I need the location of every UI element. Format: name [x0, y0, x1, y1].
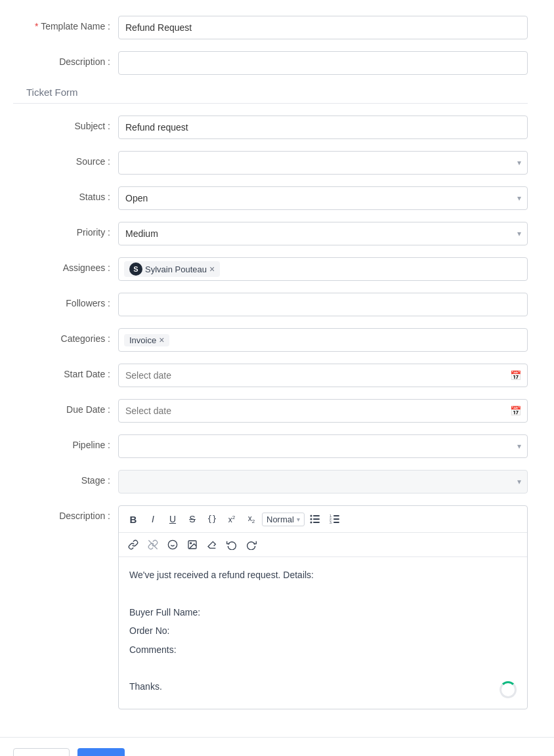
rich-description-label: Description : — [13, 505, 118, 521]
subject-label: Subject : — [13, 116, 118, 131]
assignees-field: S Sylvain Pouteau × — [118, 257, 528, 281]
cancel-button[interactable]: Cancel — [13, 748, 70, 756]
pipeline-select[interactable] — [118, 434, 528, 458]
save-button[interactable]: Save — [77, 748, 125, 756]
status-field: Open Closed ▾ — [118, 186, 528, 210]
emoji-button[interactable] — [163, 536, 182, 554]
assignees-input[interactable]: S Sylvain Pouteau × — [118, 257, 528, 281]
svg-point-17 — [190, 543, 192, 544]
svg-rect-6 — [333, 515, 339, 516]
format-label: Normal — [266, 514, 294, 524]
svg-point-13 — [168, 540, 177, 549]
image-button[interactable] — [183, 536, 202, 554]
strikethrough-button[interactable]: S — [183, 510, 202, 528]
editor-line-7: Thanks. — [129, 679, 517, 694]
ticket-form-section: Ticket Form — [13, 87, 528, 104]
source-select[interactable] — [118, 151, 528, 175]
assignee-avatar: S — [129, 262, 142, 276]
svg-rect-7 — [333, 518, 339, 520]
start-date-field: 📅 — [118, 364, 528, 387]
subject-row: Subject : — [13, 116, 528, 139]
due-date-row: Due Date : 📅 — [13, 399, 528, 423]
editor-line-2 — [129, 586, 517, 600]
eraser-button[interactable] — [203, 536, 221, 554]
stage-row: Stage : ▾ — [13, 470, 528, 494]
svg-rect-0 — [313, 515, 320, 516]
format-select[interactable]: Normal ▾ — [262, 513, 305, 526]
redo-button[interactable] — [242, 536, 261, 554]
status-row: Status : Open Closed ▾ — [13, 186, 528, 210]
followers-field — [118, 293, 528, 316]
underline-button[interactable]: U — [163, 510, 182, 528]
rich-text-editor: B I U S {} x2 x2 Norm — [118, 505, 528, 709]
description-field — [118, 51, 528, 75]
assignee-remove-button[interactable]: × — [209, 264, 215, 274]
subject-input[interactable] — [118, 116, 528, 139]
categories-input[interactable]: Invoice × — [118, 328, 528, 352]
svg-point-4 — [310, 518, 312, 520]
editor-line-5: Comments: — [129, 642, 517, 657]
priority-label: Priority : — [13, 222, 118, 238]
template-name-field — [118, 16, 528, 39]
template-name-row: Template Name : — [13, 16, 528, 39]
svg-rect-8 — [333, 522, 339, 523]
template-name-input[interactable] — [118, 16, 528, 39]
svg-point-3 — [310, 515, 312, 517]
toolbar-row-2 — [119, 533, 527, 557]
due-date-input[interactable] — [118, 399, 528, 423]
priority-row: Priority : Medium Low High ▾ — [13, 222, 528, 245]
editor-line-1: We've just received a refund request. De… — [129, 568, 517, 582]
priority-select[interactable]: Medium Low High — [118, 222, 528, 245]
due-date-label: Due Date : — [13, 399, 118, 415]
source-label: Source : — [13, 151, 118, 167]
priority-field: Medium Low High ▾ — [118, 222, 528, 245]
followers-label: Followers : — [13, 293, 118, 308]
toolbar-row-1: B I U S {} x2 x2 Norm — [119, 506, 527, 533]
start-date-calendar-icon: 📅 — [510, 370, 521, 381]
editor-content[interactable]: We've just received a refund request. De… — [119, 557, 527, 709]
due-date-calendar-icon: 📅 — [510, 406, 521, 416]
source-field: ▾ — [118, 151, 528, 175]
pipeline-field: ▾ — [118, 434, 528, 458]
description-input[interactable] — [118, 51, 528, 75]
bullet-list-button[interactable] — [306, 510, 324, 528]
pipeline-row: Pipeline : ▾ — [13, 434, 528, 458]
stage-label: Stage : — [13, 470, 118, 486]
svg-rect-2 — [313, 522, 320, 523]
unlink-button[interactable] — [144, 536, 162, 554]
link-button[interactable] — [124, 536, 142, 554]
status-select[interactable]: Open Closed — [118, 186, 528, 210]
footer: Cancel Save — [0, 737, 554, 756]
subscript-button[interactable]: x2 — [242, 510, 261, 528]
start-date-input[interactable] — [118, 364, 528, 387]
category-name: Invoice — [129, 335, 156, 345]
description-label: Description : — [13, 51, 118, 67]
undo-button[interactable] — [223, 536, 241, 554]
source-row: Source : ▾ — [13, 151, 528, 175]
description-row: Description : — [13, 51, 528, 75]
rich-description-field: B I U S {} x2 x2 Norm — [118, 505, 528, 709]
ordered-list-button[interactable]: 1. 2. 3. — [326, 510, 344, 528]
categories-row: Categories : Invoice × — [13, 328, 528, 352]
followers-row: Followers : — [13, 293, 528, 316]
loading-spinner — [500, 681, 517, 698]
rich-description-row: Description : B I U S {} x2 — [13, 505, 528, 709]
superscript-button[interactable]: x2 — [223, 510, 241, 528]
status-label: Status : — [13, 186, 118, 202]
categories-label: Categories : — [13, 328, 118, 344]
subject-field — [118, 116, 528, 139]
followers-input[interactable] — [118, 293, 528, 316]
stage-select[interactable] — [118, 470, 528, 494]
svg-point-5 — [310, 522, 312, 524]
assignees-row: Assignees : S Sylvain Pouteau × — [13, 257, 528, 281]
assignee-tag: S Sylvain Pouteau × — [124, 261, 220, 277]
pipeline-label: Pipeline : — [13, 434, 118, 450]
code-button[interactable]: {} — [203, 510, 221, 528]
category-tag: Invoice × — [124, 334, 169, 346]
editor-line-3: Buyer Full Name: — [129, 605, 517, 620]
bold-button[interactable]: B — [124, 510, 142, 528]
categories-field: Invoice × — [118, 328, 528, 352]
category-remove-button[interactable]: × — [159, 335, 164, 345]
italic-button[interactable]: I — [144, 510, 162, 528]
stage-field: ▾ — [118, 470, 528, 494]
